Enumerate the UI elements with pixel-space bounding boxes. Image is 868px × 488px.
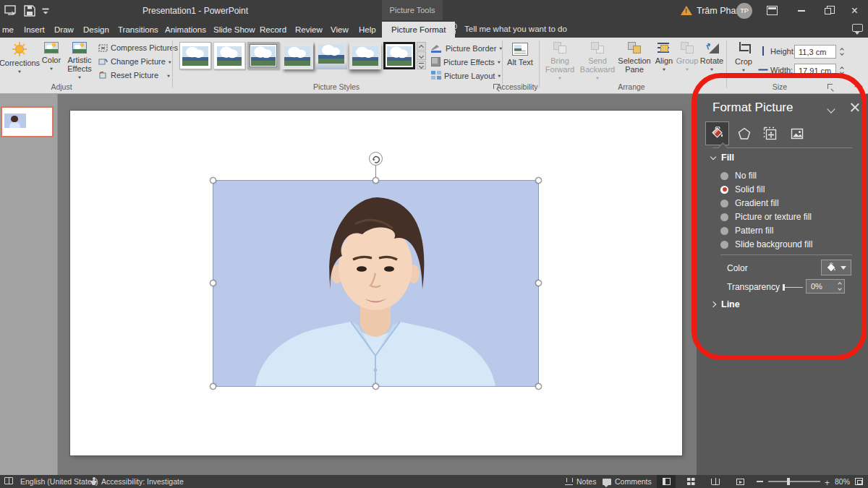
selection-handle[interactable]: [373, 177, 379, 184]
selection-handle[interactable]: [210, 177, 216, 184]
slide-thumbnail-1[interactable]: [1, 106, 54, 137]
slider-thumb[interactable]: [783, 284, 785, 291]
tab-effects[interactable]: [732, 121, 756, 145]
fill-option-gradient-fill[interactable]: Gradient fill: [720, 198, 779, 208]
warning-icon[interactable]: [681, 6, 692, 15]
picture-style-4[interactable]: [281, 42, 313, 69]
pane-close-icon[interactable]: [850, 102, 860, 112]
tab-animations[interactable]: Animations: [158, 22, 213, 38]
height-input[interactable]: 11,3 cm: [794, 45, 836, 59]
gallery-scroll-down-button[interactable]: [417, 51, 426, 60]
customize-quick-access-icon[interactable]: [42, 5, 49, 17]
gallery-scroll-up-button[interactable]: [417, 42, 426, 51]
fill-option-no-fill[interactable]: No fill: [720, 171, 757, 181]
picture-style-3[interactable]: [247, 42, 279, 69]
line-section-header[interactable]: Line: [711, 299, 740, 309]
tab-review[interactable]: Review: [289, 22, 329, 38]
tab-record[interactable]: Record: [253, 22, 293, 38]
width-spinner[interactable]: [838, 64, 846, 77]
rotate-button[interactable]: ↱ Rotate ▾: [699, 40, 725, 74]
minimize-button[interactable]: [788, 0, 814, 22]
slide-sorter-view-button[interactable]: [681, 475, 700, 488]
reading-view-button[interactable]: [706, 475, 725, 488]
compress-pictures-button[interactable]: Compress Pictures: [98, 43, 178, 52]
group-button[interactable]: Group ▾: [676, 40, 699, 74]
restore-button[interactable]: [814, 0, 841, 22]
fill-option-solid-fill[interactable]: Solid fill: [720, 184, 765, 194]
fill-color-button[interactable]: [821, 260, 851, 275]
corrections-button[interactable]: Corrections ▾: [1, 40, 38, 76]
width-input[interactable]: 17,91 cm: [794, 64, 836, 77]
zoom-slider-thumb[interactable]: [787, 478, 790, 485]
color-button[interactable]: Color ▾: [38, 40, 64, 73]
tab-picture[interactable]: [785, 121, 809, 145]
zoom-level[interactable]: 80%: [835, 477, 850, 486]
selection-pane-button[interactable]: Selection Pane: [616, 40, 652, 74]
alt-text-button[interactable]: Alt Text: [504, 40, 536, 67]
fill-section-header[interactable]: Fill: [711, 153, 734, 163]
account-name[interactable]: Trâm Phan: [697, 6, 741, 16]
gallery-more-button[interactable]: [417, 61, 426, 69]
picture-layout-button[interactable]: Picture Layout ▾: [431, 71, 501, 80]
send-backward-button[interactable]: Send Backward ▾: [580, 40, 615, 82]
picture-effects-button[interactable]: Picture Effects ▾: [431, 57, 501, 67]
artistic-effects-button[interactable]: Artistic Effects ▾: [65, 40, 94, 82]
height-spinner[interactable]: [838, 45, 846, 59]
slide-thumbnail-pane[interactable]: [0, 94, 58, 475]
proofing-status[interactable]: [4, 477, 13, 484]
tab-draw[interactable]: Draw: [48, 22, 80, 38]
tab-help[interactable]: Help: [352, 22, 383, 38]
reset-picture-button[interactable]: Reset Picture ▾: [98, 71, 170, 80]
selection-handle[interactable]: [535, 177, 542, 184]
fill-option-slide-background-fill[interactable]: Slide background fill: [720, 239, 812, 249]
language-status[interactable]: English (United States): [20, 477, 98, 486]
fill-option-picture-or-texture-fill[interactable]: Picture or texture fill: [720, 212, 812, 222]
align-button[interactable]: Align ▾: [652, 40, 676, 74]
avatar[interactable]: TP: [736, 3, 752, 19]
ribbon-display-options-icon[interactable]: [767, 6, 778, 15]
notes-button[interactable]: Notes: [565, 477, 596, 486]
rotate-handle[interactable]: [369, 152, 383, 166]
tab-design[interactable]: Design: [77, 22, 116, 38]
picture-border-button[interactable]: Picture Border ▾: [431, 43, 502, 53]
picture-style-6[interactable]: [349, 42, 381, 69]
fit-slide-to-window-icon[interactable]: [855, 478, 863, 485]
tab-view[interactable]: View: [324, 22, 355, 38]
selection-handle[interactable]: [210, 280, 216, 286]
selection-handle[interactable]: [373, 383, 379, 390]
size-dialog-launcher[interactable]: [827, 84, 835, 91]
tab-fill-and-line[interactable]: [705, 121, 729, 145]
collapse-ribbon-icon[interactable]: [854, 82, 862, 90]
selected-picture[interactable]: [213, 181, 538, 386]
slide-editing-area[interactable]: [70, 111, 682, 455]
picture-style-1[interactable]: [179, 42, 211, 69]
accessibility-status[interactable]: Accessibility: Investigate: [90, 477, 184, 486]
bring-forward-button[interactable]: Bring Forward ▾: [543, 40, 576, 82]
tab-size-and-properties[interactable]: [758, 121, 782, 145]
picture-style-2[interactable]: [213, 42, 245, 69]
comments-button[interactable]: Comments: [603, 477, 652, 486]
zoom-out-button[interactable]: [757, 481, 763, 482]
fill-option-pattern-fill[interactable]: Pattern fill: [720, 226, 773, 236]
save-icon[interactable]: [23, 5, 36, 17]
normal-view-button[interactable]: [657, 475, 676, 488]
change-picture-button[interactable]: Change Picture ▾: [98, 57, 171, 66]
selection-handle[interactable]: [210, 383, 216, 390]
selection-handle[interactable]: [535, 280, 542, 286]
picture-style-7[interactable]: [383, 42, 415, 69]
comment-feedback-icon[interactable]: [852, 24, 863, 32]
close-button[interactable]: ×: [841, 0, 868, 22]
tab-picture-format[interactable]: Picture Format: [382, 22, 455, 38]
tab-insert[interactable]: Insert: [17, 22, 51, 38]
picture-style-5[interactable]: [315, 42, 347, 69]
selection-handle[interactable]: [535, 383, 542, 390]
tell-me-box[interactable]: Tell me what you want to do: [450, 23, 567, 34]
slide-show-button[interactable]: [731, 475, 749, 488]
transparency-spinner[interactable]: [835, 280, 844, 293]
zoom-slider-track[interactable]: [768, 481, 820, 482]
start-from-beginning-icon[interactable]: [4, 5, 17, 17]
pane-chevron-down-icon[interactable]: [827, 105, 835, 113]
tab-transitions[interactable]: Transitions: [111, 22, 165, 38]
zoom-in-button[interactable]: +: [825, 478, 830, 488]
transparency-slider[interactable]: [783, 283, 803, 291]
